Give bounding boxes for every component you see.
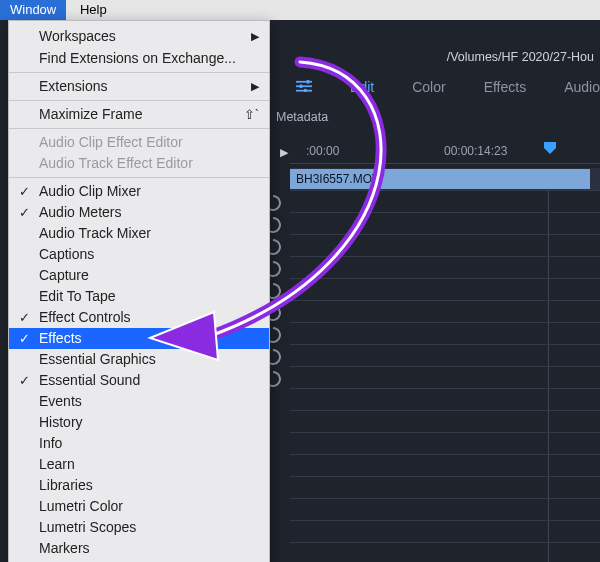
shortcut-label: ⇧`	[244, 104, 259, 125]
menu-extensions[interactable]: Extensions▶	[9, 76, 269, 97]
tab-color[interactable]: Color	[412, 79, 445, 95]
menu-effect-controls[interactable]: ✓Effect Controls	[9, 307, 269, 328]
check-icon: ✓	[19, 181, 30, 202]
metadata-panel-label[interactable]: Metadata	[276, 110, 328, 124]
playhead-icon[interactable]	[542, 140, 558, 156]
check-icon: ✓	[19, 328, 30, 349]
svg-rect-1	[296, 85, 312, 87]
menu-audio-meters[interactable]: ✓Audio Meters	[9, 202, 269, 223]
track-row[interactable]	[290, 190, 600, 212]
menubar-window[interactable]: Window	[0, 0, 66, 20]
menu-divider	[9, 177, 269, 178]
menu-divider	[9, 128, 269, 129]
track-row[interactable]	[290, 498, 600, 520]
menu-history[interactable]: History	[9, 412, 269, 433]
timeline-panel[interactable]: ▶ :00:00 00:00:14:23 BH3I6557.MOV	[290, 142, 600, 562]
tab-effects[interactable]: Effects	[484, 79, 527, 95]
tab-edit[interactable]: Edit	[350, 79, 374, 95]
menu-effects[interactable]: ✓Effects	[9, 328, 269, 349]
track-row[interactable]	[290, 432, 600, 454]
track-row[interactable]	[290, 410, 600, 432]
svg-rect-0	[296, 81, 312, 83]
document-path: /Volumes/HF 2020/27-Hou	[447, 50, 594, 64]
track-row[interactable]	[290, 388, 600, 410]
check-icon: ✓	[19, 202, 30, 223]
track-row[interactable]	[290, 344, 600, 366]
track-row[interactable]	[290, 454, 600, 476]
menu-audio-track-effect-editor: Audio Track Effect Editor	[9, 153, 269, 174]
menu-find-extensions[interactable]: Find Extensions on Exchange...	[9, 48, 269, 69]
track-row[interactable]	[290, 300, 600, 322]
menu-capture[interactable]: Capture	[9, 265, 269, 286]
time-ruler[interactable]: ▶ :00:00 00:00:14:23	[290, 142, 600, 164]
track-row[interactable]	[290, 212, 600, 234]
svg-rect-3	[307, 80, 310, 84]
track-row[interactable]	[290, 256, 600, 278]
timeline-settings-icon[interactable]	[296, 80, 312, 94]
app-root: { "menubar": { "window": "Window", "help…	[0, 0, 600, 562]
track-row[interactable]	[290, 520, 600, 542]
menu-lumetri-scopes[interactable]: Lumetri Scopes	[9, 517, 269, 538]
menu-audio-clip-effect-editor: Audio Clip Effect Editor	[9, 132, 269, 153]
track-row[interactable]	[290, 278, 600, 300]
menu-info[interactable]: Info	[9, 433, 269, 454]
menu-markers[interactable]: Markers	[9, 538, 269, 559]
svg-rect-5	[304, 89, 307, 93]
menu-events[interactable]: Events	[9, 391, 269, 412]
track-row[interactable]	[290, 322, 600, 344]
video-track[interactable]: BH3I6557.MOV	[290, 168, 600, 190]
menu-audio-clip-mixer[interactable]: ✓Audio Clip Mixer	[9, 181, 269, 202]
menu-divider	[9, 72, 269, 73]
menu-captions[interactable]: Captions	[9, 244, 269, 265]
menu-workspaces[interactable]: Workspaces▶	[9, 25, 269, 48]
track-row[interactable]	[290, 234, 600, 256]
menu-audio-track-mixer[interactable]: Audio Track Mixer	[9, 223, 269, 244]
window-menu: Workspaces▶ Find Extensions on Exchange.…	[8, 20, 270, 562]
menu-maximize-frame[interactable]: Maximize Frame⇧`	[9, 104, 269, 125]
clip[interactable]: BH3I6557.MOV	[290, 169, 590, 189]
menu-essential-sound[interactable]: ✓Essential Sound	[9, 370, 269, 391]
submenu-arrow-icon: ▶	[251, 76, 259, 97]
menu-divider	[9, 100, 269, 101]
menu-edit-to-tape[interactable]: Edit To Tape	[9, 286, 269, 307]
submenu-arrow-icon: ▶	[251, 25, 259, 48]
menu-essential-graphics[interactable]: Essential Graphics	[9, 349, 269, 370]
workspace-tabs: Edit Color Effects Audio	[280, 72, 600, 102]
check-icon: ✓	[19, 370, 30, 391]
tab-audio[interactable]: Audio	[564, 79, 600, 95]
svg-rect-4	[300, 84, 303, 88]
menubar-help[interactable]: Help	[70, 0, 117, 20]
menu-learn[interactable]: Learn	[9, 454, 269, 475]
menu-lumetri-color[interactable]: Lumetri Color	[9, 496, 269, 517]
timecode-2: 00:00:14:23	[444, 144, 507, 158]
play-icon[interactable]: ▶	[280, 146, 288, 159]
track-row[interactable]	[290, 366, 600, 388]
check-icon: ✓	[19, 307, 30, 328]
menu-libraries[interactable]: Libraries	[9, 475, 269, 496]
track-row[interactable]	[290, 542, 600, 562]
menubar: Window Help	[0, 0, 600, 20]
timecode-start: :00:00	[306, 144, 339, 158]
track-row[interactable]	[290, 476, 600, 498]
